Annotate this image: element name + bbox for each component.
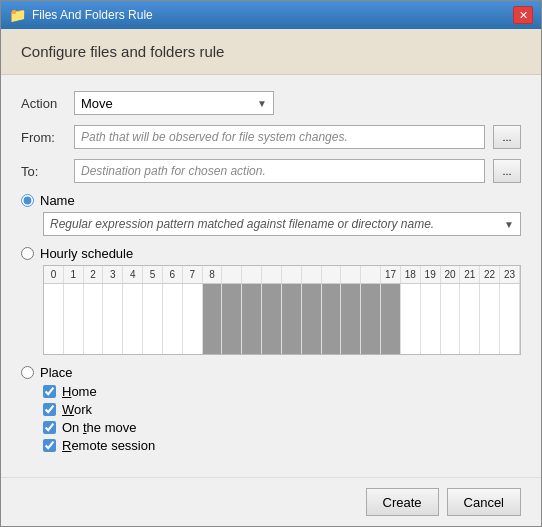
- from-placeholder: Path that will be observed for file syst…: [81, 130, 348, 144]
- hour-cell-7[interactable]: [183, 284, 203, 354]
- create-button[interactable]: Create: [366, 488, 439, 516]
- action-row: Action Move ▼: [21, 91, 521, 115]
- hour-cell-20[interactable]: [441, 284, 461, 354]
- place-checkboxes: HomeWorkOn the moveRemote session: [43, 384, 521, 453]
- hour-label-1: 1: [64, 266, 84, 283]
- to-placeholder: Destination path for chosen action.: [81, 164, 266, 178]
- hour-label-16: [361, 266, 381, 283]
- hour-cell-19[interactable]: [421, 284, 441, 354]
- place-radio-label: Place: [40, 365, 73, 380]
- hour-cell-18[interactable]: [401, 284, 421, 354]
- footer: Create Cancel: [1, 477, 541, 526]
- hour-cell-9[interactable]: [222, 284, 242, 354]
- hour-cell-2[interactable]: [84, 284, 104, 354]
- hour-label-19: 19: [421, 266, 441, 283]
- hourly-radio[interactable]: [21, 247, 34, 260]
- from-label: From:: [21, 130, 66, 145]
- hour-cell-5[interactable]: [143, 284, 163, 354]
- hour-cell-14[interactable]: [322, 284, 342, 354]
- name-combobox-row: Regular expression pattern matched again…: [43, 212, 521, 236]
- hour-cell-11[interactable]: [262, 284, 282, 354]
- action-dropdown[interactable]: Move ▼: [74, 91, 274, 115]
- place-checkbox-row-2[interactable]: On the move: [43, 420, 521, 435]
- from-row: From: Path that will be observed for fil…: [21, 125, 521, 149]
- hour-cell-16[interactable]: [361, 284, 381, 354]
- from-input[interactable]: Path that will be observed for file syst…: [74, 125, 485, 149]
- name-radio-label: Name: [40, 193, 75, 208]
- to-input[interactable]: Destination path for chosen action.: [74, 159, 485, 183]
- hour-label-6: 6: [163, 266, 183, 283]
- hour-label-7: 7: [183, 266, 203, 283]
- action-label: Action: [21, 96, 66, 111]
- hour-cell-23[interactable]: [500, 284, 520, 354]
- name-radio[interactable]: [21, 194, 34, 207]
- place-checkbox-row-1[interactable]: Work: [43, 402, 521, 417]
- place-checkbox-home[interactable]: [43, 385, 56, 398]
- combobox-arrow-icon: ▼: [504, 219, 514, 230]
- hour-cell-17[interactable]: [381, 284, 401, 354]
- hour-cell-21[interactable]: [460, 284, 480, 354]
- place-checkbox-label-1: Work: [62, 402, 92, 417]
- place-checkbox-row-0[interactable]: Home: [43, 384, 521, 399]
- place-radio-row[interactable]: Place: [21, 365, 521, 380]
- hour-label-20: 20: [441, 266, 461, 283]
- hour-label-11: [262, 266, 282, 283]
- place-checkbox-label-3: Remote session: [62, 438, 155, 453]
- place-section: Place HomeWorkOn the moveRemote session: [21, 365, 521, 453]
- cancel-button[interactable]: Cancel: [447, 488, 521, 516]
- name-combobox-placeholder: Regular expression pattern matched again…: [50, 217, 434, 231]
- hour-label-10: [242, 266, 262, 283]
- titlebar-title: Files And Folders Rule: [32, 8, 507, 22]
- content: Action Move ▼ From: Path that will be ob…: [1, 75, 541, 477]
- place-radio[interactable]: [21, 366, 34, 379]
- action-value: Move: [81, 96, 113, 111]
- hour-label-18: 18: [401, 266, 421, 283]
- schedule-body: [44, 284, 520, 354]
- hour-cell-6[interactable]: [163, 284, 183, 354]
- header-band: Configure files and folders rule: [1, 29, 541, 75]
- place-checkbox-work[interactable]: [43, 403, 56, 416]
- hourly-radio-row[interactable]: Hourly schedule: [21, 246, 521, 261]
- close-button[interactable]: ✕: [513, 6, 533, 24]
- hour-cell-12[interactable]: [282, 284, 302, 354]
- name-combobox[interactable]: Regular expression pattern matched again…: [43, 212, 521, 236]
- to-label: To:: [21, 164, 66, 179]
- hour-label-5: 5: [143, 266, 163, 283]
- hour-label-21: 21: [460, 266, 480, 283]
- chevron-down-icon: ▼: [257, 98, 267, 109]
- page-title: Configure files and folders rule: [21, 43, 224, 60]
- name-section: Name Regular expression pattern matched …: [21, 193, 521, 236]
- to-row: To: Destination path for chosen action. …: [21, 159, 521, 183]
- name-radio-row[interactable]: Name: [21, 193, 521, 208]
- hourly-schedule-grid[interactable]: 01234567817181920212223: [43, 265, 521, 355]
- hour-label-2: 2: [84, 266, 104, 283]
- place-checkbox-label-2: On the move: [62, 420, 136, 435]
- hour-label-23: 23: [500, 266, 520, 283]
- from-browse-button[interactable]: ...: [493, 125, 521, 149]
- hour-label-0: 0: [44, 266, 64, 283]
- titlebar: 📁 Files And Folders Rule ✕: [1, 1, 541, 29]
- window: 📁 Files And Folders Rule ✕ Configure fil…: [0, 0, 542, 527]
- place-checkbox-remote-session[interactable]: [43, 439, 56, 452]
- hour-cell-15[interactable]: [341, 284, 361, 354]
- place-checkbox-label-0: Home: [62, 384, 97, 399]
- titlebar-icon: 📁: [9, 7, 26, 23]
- hour-cell-22[interactable]: [480, 284, 500, 354]
- hour-cell-1[interactable]: [64, 284, 84, 354]
- hour-cell-8[interactable]: [203, 284, 223, 354]
- hour-label-13: [302, 266, 322, 283]
- schedule-header: 01234567817181920212223: [44, 266, 520, 284]
- place-checkbox-on-the-move[interactable]: [43, 421, 56, 434]
- hour-cell-0[interactable]: [44, 284, 64, 354]
- place-checkbox-row-3[interactable]: Remote session: [43, 438, 521, 453]
- hourly-radio-label: Hourly schedule: [40, 246, 133, 261]
- hour-cell-4[interactable]: [123, 284, 143, 354]
- hour-cell-3[interactable]: [103, 284, 123, 354]
- hour-label-3: 3: [103, 266, 123, 283]
- to-browse-button[interactable]: ...: [493, 159, 521, 183]
- hour-label-12: [282, 266, 302, 283]
- hour-cell-13[interactable]: [302, 284, 322, 354]
- hourly-section: Hourly schedule 01234567817181920212223: [21, 246, 521, 355]
- hour-cell-10[interactable]: [242, 284, 262, 354]
- hour-label-4: 4: [123, 266, 143, 283]
